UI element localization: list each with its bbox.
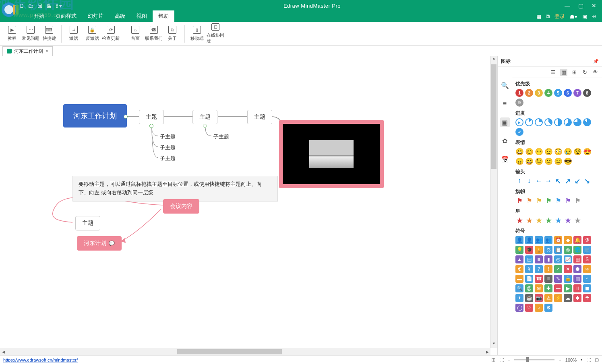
ribbon-快捷键[interactable]: ⌨快捷键 [40, 23, 58, 44]
symbol-icon[interactable]: ☁ [564, 294, 572, 302]
symbol-icon[interactable]: 👤 [525, 236, 533, 244]
symbol-icon[interactable]: ▤ [525, 255, 533, 263]
header-icon[interactable]: ⁜ [592, 14, 596, 20]
panel-tool-1[interactable]: ▦ [560, 69, 567, 76]
emoji-icon[interactable]: 😟 [544, 148, 552, 156]
emoji-icon[interactable]: 😠 [515, 157, 523, 165]
document-tab[interactable]: 河东工作计划 × [2, 46, 53, 56]
qat-button-3[interactable]: 🗁 [28, 3, 33, 9]
progress-62-icon[interactable] [564, 118, 572, 126]
panel-tool-2[interactable]: ⊞ [571, 69, 578, 76]
ribbon-常见问题[interactable]: ⋯常见问题 [22, 23, 39, 44]
mindmap-topic-plan[interactable]: 河东计划💬 [77, 236, 122, 251]
mindmap-subtopic-node[interactable]: 子主题 [158, 132, 177, 141]
emoji-icon[interactable]: 😑 [554, 157, 562, 165]
priority-2-icon[interactable]: 2 [525, 89, 533, 97]
scroll-down-arrow[interactable]: ▼ [491, 341, 497, 348]
symbol-icon[interactable]: @ [525, 284, 533, 292]
arrow-↙-icon[interactable]: ↙ [573, 177, 581, 185]
flag-icon[interactable]: ⚑ [554, 197, 562, 205]
arrow-↖-icon[interactable]: ↖ [554, 177, 562, 185]
zoom-in-button[interactable]: + [559, 358, 561, 362]
progress-75-icon[interactable] [573, 118, 581, 126]
symbol-icon[interactable]: ⚙ [544, 304, 552, 312]
panel-tool-4[interactable]: 👁 [592, 69, 599, 76]
qat-button-2[interactable]: 🗋 [19, 3, 25, 9]
scroll-thumb[interactable] [177, 349, 282, 354]
star-icon[interactable]: ★ [554, 216, 562, 224]
rail-item-3[interactable]: ✿ [500, 136, 510, 146]
menu-tab-帮助[interactable]: 帮助 [153, 10, 174, 22]
priority-5-icon[interactable]: 5 [554, 89, 562, 97]
scroll-thumb[interactable] [491, 64, 496, 169]
ribbon-关于[interactable]: ⧉关于 [163, 23, 181, 44]
rail-item-2[interactable]: ▣ [500, 117, 510, 127]
symbol-icon[interactable]: € [515, 265, 523, 273]
expand-port[interactable] [203, 124, 207, 128]
symbol-icon[interactable]: ? [535, 265, 543, 273]
mindmap-subtopic-node[interactable]: 子主题 [158, 154, 177, 163]
arrow-←-icon[interactable]: ← [535, 177, 543, 185]
canvas-area[interactable]: 河东工作计划 主题 主题 主题 子主题 子主题 子主题 子主题 要移动主题，可以… [0, 56, 497, 355]
arrow-→-icon[interactable]: → [544, 177, 552, 185]
symbol-icon[interactable]: ▬ [515, 275, 523, 283]
symbol-icon[interactable]: 🔒 [564, 275, 572, 283]
emoji-icon[interactable]: 😎 [564, 157, 572, 165]
vertical-scrollbar[interactable]: ▲ ▼ [490, 56, 497, 348]
star-icon[interactable]: ★ [515, 216, 523, 224]
symbol-icon[interactable]: ♪ [535, 304, 543, 312]
expand-port[interactable] [149, 124, 153, 128]
ribbon-教程[interactable]: ▶教程 [3, 23, 21, 44]
star-icon[interactable]: ★ [544, 216, 552, 224]
star-icon[interactable]: ★ [525, 216, 533, 224]
symbol-icon[interactable]: 👥 [544, 236, 552, 244]
emoji-icon[interactable]: 😊 [525, 148, 533, 156]
qat-button-5[interactable]: 🖶 [46, 3, 51, 9]
priority-7-icon[interactable]: 7 [573, 89, 581, 97]
status-url-link[interactable]: https://www.edrawsoft.cn/mindmaster/ [3, 358, 78, 362]
symbol-icon[interactable]: 💡 [515, 246, 523, 254]
symbol-icon[interactable]: 🌐 [573, 246, 581, 254]
fit-icon[interactable]: ⛶ [586, 358, 591, 362]
qat-button-1[interactable]: ↷ [11, 3, 16, 9]
progress-87-icon[interactable] [583, 118, 591, 126]
mindmap-subtopic-node[interactable]: 子主题 [212, 132, 231, 141]
rail-item-1[interactable]: ≡ [500, 99, 510, 109]
symbol-icon[interactable]: ☂ [583, 294, 591, 302]
header-icon[interactable]: ☗▾ [570, 14, 577, 20]
mindmap-topic-node[interactable]: 主题 [192, 110, 217, 124]
symbol-icon[interactable]: — [554, 284, 562, 292]
symbol-icon[interactable]: ✉ [535, 284, 543, 292]
symbol-icon[interactable]: ¥ [525, 265, 533, 273]
symbol-icon[interactable]: ≡ [535, 255, 543, 263]
qat-button-4[interactable]: 🖫 [37, 3, 42, 9]
progress-50-icon[interactable] [554, 118, 562, 126]
symbol-icon[interactable]: ⚡ [554, 294, 562, 302]
mindmap-topic-node[interactable]: 主题 [247, 110, 272, 124]
symbol-icon[interactable]: ✈ [515, 294, 523, 302]
symbol-icon[interactable]: 📷 [535, 294, 543, 302]
priority-9-icon[interactable]: 9 [515, 99, 523, 107]
mindmap-image-node[interactable] [279, 120, 384, 188]
progress-0-icon[interactable]: ▸ [515, 118, 523, 126]
symbol-icon[interactable]: ✕ [564, 265, 572, 273]
qat-button-0[interactable]: ↶ [3, 3, 8, 9]
ribbon-在线协同版[interactable]: ◻在线协同版 [207, 23, 224, 44]
login-link[interactable]: 登录 [554, 13, 565, 20]
priority-4-icon[interactable]: 4 [544, 89, 552, 97]
star-icon[interactable]: ★ [564, 216, 572, 224]
symbol-icon[interactable]: S [583, 255, 591, 263]
symbol-icon[interactable]: ◎ [564, 246, 572, 254]
symbol-icon[interactable]: 🎓 [525, 246, 533, 254]
symbol-icon[interactable]: 👤 [515, 236, 523, 244]
maximize-button[interactable]: ▢ [578, 2, 583, 9]
symbol-icon[interactable]: ▦ [573, 255, 581, 263]
rail-item-4[interactable]: 📅 [500, 154, 510, 164]
ribbon-检查更新[interactable]: ⟳检查更新 [102, 23, 120, 44]
menu-tab-开始[interactable]: 开始 [28, 10, 50, 22]
scroll-up-arrow[interactable]: ▲ [491, 56, 497, 63]
symbol-icon[interactable]: ☎ [535, 275, 543, 283]
symbol-icon[interactable]: ♡ [525, 304, 533, 312]
ribbon-反激活[interactable]: 🔒反激活 [83, 23, 101, 44]
arrow-↗-icon[interactable]: ↗ [564, 177, 572, 185]
